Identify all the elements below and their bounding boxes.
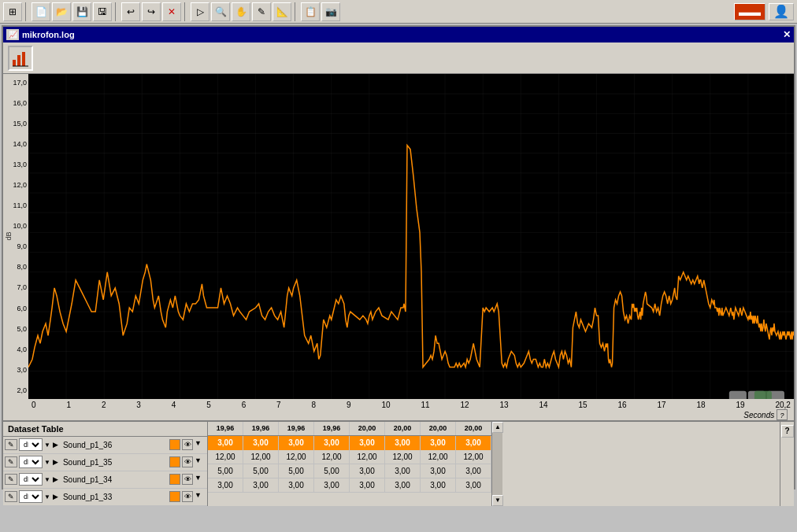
data-cell-3-2: 5,00 bbox=[243, 464, 279, 478]
ds-expand-1[interactable]: ▼ bbox=[195, 439, 206, 450]
y-value: 17,0 bbox=[6, 79, 27, 87]
save-btn[interactable]: 💾 bbox=[72, 2, 91, 21]
x-axis-info-btn[interactable]: ? bbox=[777, 409, 788, 420]
ds-color-3[interactable] bbox=[169, 474, 180, 485]
select-btn[interactable]: ▷ bbox=[191, 2, 209, 21]
delete-btn[interactable]: ✕ bbox=[162, 2, 181, 21]
data-row-2: 12,00 12,00 12,00 12,00 12,00 12,00 12,0… bbox=[208, 450, 491, 464]
data-cell-1-2: 3,00 bbox=[243, 436, 279, 450]
x-unit-text: Seconds bbox=[743, 411, 774, 419]
y-value: 16,0 bbox=[6, 99, 27, 107]
x-axis-unit-label: Seconds ? bbox=[28, 409, 794, 420]
widget-1[interactable] bbox=[729, 391, 747, 399]
x-val: 1 bbox=[66, 401, 71, 409]
ds-arrow-1[interactable]: ▼ bbox=[44, 441, 50, 449]
x-val: 14 bbox=[539, 401, 547, 409]
window-close-button[interactable]: ✕ bbox=[783, 29, 791, 40]
ds-unit-select-3[interactable]: dB bbox=[19, 473, 43, 486]
y-value: 14,0 bbox=[6, 140, 27, 148]
y-value: 8,0 bbox=[6, 263, 27, 271]
ds-name-1: Sound_p1_36 bbox=[61, 441, 168, 449]
y-value: 5,0 bbox=[6, 325, 27, 333]
pan-btn[interactable]: ✋ bbox=[232, 2, 250, 21]
zoom-btn[interactable]: 🔍 bbox=[211, 2, 230, 21]
right-side-panel: ? bbox=[780, 422, 794, 506]
ds-bullet-3: ▶ bbox=[52, 475, 59, 483]
measure-btn[interactable]: 📐 bbox=[272, 2, 291, 21]
ds-color-1[interactable] bbox=[169, 439, 180, 450]
x-val: 6 bbox=[242, 401, 247, 409]
data-cell-4-2: 3,00 bbox=[243, 478, 279, 493]
dataset-left-panel: Dataset Table ✎ dB ▼ ▶ Sound_p1_36 👁 ▼ ✎… bbox=[3, 422, 208, 506]
ds-edit-icon-4[interactable]: ✎ bbox=[5, 491, 17, 502]
data-cell-3-8: 3,00 bbox=[456, 464, 491, 478]
data-cell-2-1: 12,00 bbox=[208, 450, 243, 464]
ds-visibility-2[interactable]: 👁 bbox=[182, 456, 193, 467]
ds-unit-select-4[interactable]: dB bbox=[19, 490, 43, 503]
x-val: 3 bbox=[136, 401, 141, 409]
vertical-scrollbar[interactable]: ▲ ▼ bbox=[491, 422, 502, 506]
y-value: 15,0 bbox=[6, 120, 27, 127]
data-cell-3-6: 3,00 bbox=[385, 464, 421, 478]
y-axis-label: dB bbox=[5, 232, 13, 241]
ds-expand-4[interactable]: ▼ bbox=[195, 491, 206, 502]
data-row-1: 3,00 3,00 3,00 3,00 3,00 3,00 3,00 3,00 bbox=[208, 436, 491, 450]
scroll-up-btn[interactable]: ▲ bbox=[492, 422, 503, 433]
y-value: 6,0 bbox=[6, 305, 27, 312]
chart-area[interactable] bbox=[28, 74, 794, 399]
dataset-row-4: ✎ dB ▼ ▶ Sound_p1_33 👁 ▼ bbox=[3, 489, 207, 506]
ds-visibility-3[interactable]: 👁 bbox=[182, 474, 193, 485]
svg-rect-0 bbox=[13, 60, 16, 66]
ds-edit-icon-1[interactable]: ✎ bbox=[5, 439, 17, 450]
separator-4 bbox=[295, 2, 298, 21]
data-cell-2-4: 12,00 bbox=[314, 450, 350, 464]
main-window: 📈 mikrofon.log ✕ dB 17,0 bbox=[2, 25, 795, 490]
ds-arrow-3[interactable]: ▼ bbox=[44, 476, 50, 483]
ds-arrow-4[interactable]: ▼ bbox=[44, 493, 50, 501]
ds-edit-icon-3[interactable]: ✎ bbox=[5, 474, 17, 485]
main-toolbar: ⊞ 📄 📂 💾 🖫 ↩ ↪ ✕ ▷ 🔍 ✋ ✎ 📐 📋 📷 ▬▬ 👤 bbox=[0, 0, 797, 24]
ds-visibility-4[interactable]: 👁 bbox=[182, 491, 193, 502]
ds-visibility-1[interactable]: 👁 bbox=[182, 439, 193, 450]
y-value: 7,0 bbox=[6, 283, 27, 291]
ds-bullet-4: ▶ bbox=[52, 493, 59, 501]
data-cell-2-8: 12,00 bbox=[456, 450, 491, 464]
draw-btn[interactable]: ✎ bbox=[252, 2, 271, 21]
ds-color-4[interactable] bbox=[169, 491, 180, 502]
data-cell-4-5: 3,00 bbox=[350, 478, 385, 493]
print-btn[interactable]: 🖫 bbox=[93, 2, 112, 21]
new-btn[interactable]: 📄 bbox=[32, 2, 50, 21]
y-value: 10,0 bbox=[6, 222, 27, 230]
menu-icon[interactable]: ⊞ bbox=[3, 2, 22, 21]
help-button[interactable]: ? bbox=[781, 425, 794, 438]
y-value: 12,0 bbox=[6, 181, 27, 189]
ds-unit-select-1[interactable]: dB bbox=[19, 438, 43, 451]
widget-center[interactable] bbox=[754, 391, 772, 399]
redo-btn[interactable]: ↪ bbox=[142, 2, 161, 21]
window-body: dB 17,0 16,0 15,0 14,0 13,0 12,0 11,0 10… bbox=[3, 42, 794, 488]
scroll-track-v[interactable] bbox=[492, 433, 502, 495]
ds-name-3: Sound_p1_34 bbox=[61, 475, 168, 484]
ds-edit-icon-2[interactable]: ✎ bbox=[5, 456, 17, 467]
data-row-3: 5,00 5,00 5,00 5,00 3,00 3,00 3,00 3,00 bbox=[208, 464, 491, 478]
col-header-8: 20,00 bbox=[456, 422, 491, 436]
ds-expand-3[interactable]: ▼ bbox=[195, 474, 206, 485]
chart-icon bbox=[11, 49, 30, 68]
chart-icon-btn[interactable] bbox=[8, 46, 33, 71]
x-val: 10 bbox=[381, 401, 390, 409]
scroll-down-btn[interactable]: ▼ bbox=[492, 495, 503, 506]
record-btn[interactable]: ▬▬ bbox=[734, 3, 765, 20]
user-btn[interactable]: 👤 bbox=[769, 3, 794, 20]
svg-rect-1 bbox=[17, 55, 20, 66]
ds-color-2[interactable] bbox=[169, 456, 180, 467]
y-value: 3,0 bbox=[6, 366, 27, 374]
data-table-wrapper[interactable]: 19,96 19,96 19,96 19,96 20,00 20,00 20,0… bbox=[208, 422, 491, 506]
ds-arrow-2[interactable]: ▼ bbox=[44, 459, 50, 466]
ds-expand-2[interactable]: ▼ bbox=[195, 456, 206, 467]
chart-svg bbox=[28, 74, 794, 399]
snapshot-btn[interactable]: 📷 bbox=[321, 2, 340, 21]
undo-btn[interactable]: ↩ bbox=[121, 2, 140, 21]
open-btn[interactable]: 📂 bbox=[52, 2, 71, 21]
ds-unit-select-2[interactable]: dB bbox=[19, 456, 43, 468]
clipboard-btn[interactable]: 📋 bbox=[301, 2, 320, 21]
